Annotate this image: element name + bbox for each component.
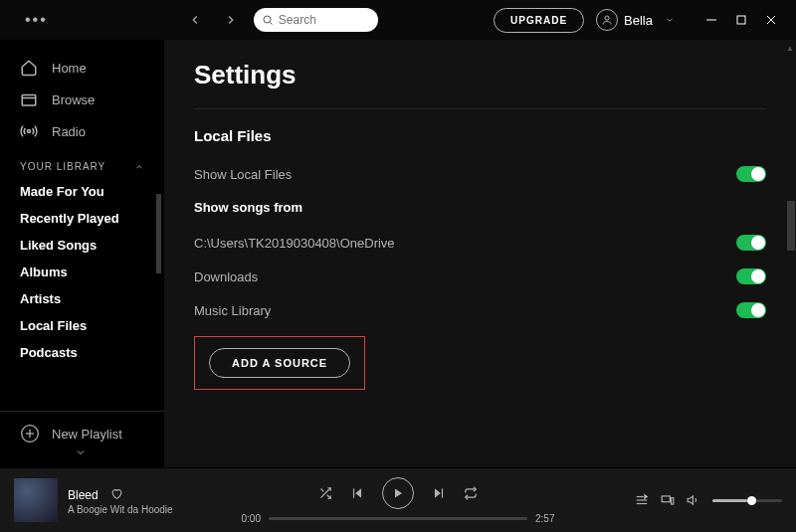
library-item-local-files[interactable]: Local Files	[0, 312, 164, 339]
menu-dots-icon[interactable]: •••	[10, 11, 63, 29]
search-input[interactable]	[279, 13, 358, 27]
volume-slider[interactable]	[712, 499, 782, 502]
window-minimize-button[interactable]	[696, 5, 726, 35]
nav-back-button[interactable]	[182, 7, 208, 33]
add-source-button[interactable]: ADD A SOURCE	[209, 348, 350, 378]
svg-marker-24	[645, 495, 647, 499]
next-icon	[432, 486, 446, 500]
source-path-label: Music Library	[194, 303, 271, 318]
main-content: Settings Local Files Show Local Files Sh…	[164, 40, 796, 467]
source-path-label: Downloads	[194, 269, 258, 284]
track-artist[interactable]: A Boogie Wit da Hoodie	[68, 504, 173, 515]
home-icon	[20, 59, 38, 77]
toggle-source-onedrive[interactable]	[736, 235, 766, 251]
track-title[interactable]: Bleed	[68, 488, 99, 502]
library-item-artists[interactable]: Artists	[0, 285, 164, 312]
svg-marker-16	[355, 488, 361, 497]
svg-point-0	[264, 16, 271, 23]
scrollbar-thumb[interactable]	[787, 201, 795, 251]
window-maximize-button[interactable]	[726, 5, 756, 35]
previous-button[interactable]	[350, 486, 364, 500]
main-scrollbar[interactable]: ▲	[786, 40, 796, 467]
sidebar-item-label: Home	[52, 61, 87, 76]
play-button[interactable]	[382, 477, 414, 509]
search-box[interactable]	[254, 8, 378, 32]
setting-label: Show Local Files	[194, 167, 292, 182]
repeat-icon	[464, 486, 478, 500]
volume-button[interactable]	[687, 493, 700, 507]
progress-bar[interactable]	[269, 517, 527, 520]
devices-icon	[661, 493, 675, 507]
svg-rect-26	[672, 498, 674, 504]
library-header-label: YOUR LIBRARY	[20, 161, 105, 172]
library-header: YOUR LIBRARY	[0, 147, 164, 178]
toggle-show-local-files[interactable]	[736, 166, 766, 182]
volume-icon	[687, 493, 700, 507]
like-button[interactable]	[110, 486, 123, 504]
setting-row-show-local-files: Show Local Files	[194, 166, 766, 182]
add-source-highlight: ADD A SOURCE	[194, 336, 365, 390]
new-playlist-label: New Playlist	[52, 427, 122, 442]
svg-rect-20	[442, 488, 443, 497]
divider	[194, 108, 766, 109]
upgrade-button[interactable]: UPGRADE	[494, 8, 584, 33]
next-button[interactable]	[432, 486, 446, 500]
username-label: Bella	[624, 13, 653, 28]
svg-rect-7	[22, 95, 36, 106]
library-item-recently-played[interactable]: Recently Played	[0, 205, 164, 232]
svg-marker-27	[688, 496, 693, 504]
shuffle-icon	[318, 486, 332, 500]
svg-line-15	[320, 488, 323, 491]
prev-icon	[350, 486, 364, 500]
player-bar: Bleed A Boogie Wit da Hoodie 0:00 2:57	[0, 467, 796, 532]
player-center-controls: 0:00 2:57	[213, 477, 583, 524]
svg-rect-25	[662, 496, 670, 502]
source-path-label: C:\Users\TK2019030408\OneDrive	[194, 236, 395, 251]
source-row-downloads: Downloads	[194, 268, 766, 284]
now-playing: Bleed A Boogie Wit da Hoodie	[14, 478, 213, 522]
page-title: Settings	[194, 60, 766, 90]
sidebar: Home Browse Radio YOUR LIBRARY Made For …	[0, 40, 164, 467]
queue-button[interactable]	[635, 493, 649, 507]
shuffle-button[interactable]	[318, 486, 332, 500]
repeat-button[interactable]	[464, 486, 478, 500]
search-icon	[262, 14, 274, 26]
user-menu[interactable]: Bella	[596, 9, 675, 31]
sidebar-item-browse[interactable]: Browse	[0, 84, 164, 115]
library-item-albums[interactable]: Albums	[0, 259, 164, 285]
library-item-liked-songs[interactable]: Liked Songs	[0, 232, 164, 259]
plus-circle-icon	[20, 424, 40, 443]
queue-icon	[635, 493, 649, 507]
toggle-source-downloads[interactable]	[736, 268, 766, 284]
album-art[interactable]	[14, 478, 58, 522]
player-right-controls	[583, 493, 782, 507]
sidebar-item-label: Browse	[52, 92, 95, 107]
title-bar: ••• UPGRADE Bella	[0, 0, 796, 40]
subsection-title-show-songs-from: Show songs from	[194, 200, 766, 215]
play-icon	[392, 487, 404, 499]
sidebar-item-label: Radio	[52, 124, 86, 139]
library-item-podcasts[interactable]: Podcasts	[0, 339, 164, 366]
radio-icon	[20, 122, 38, 140]
sidebar-item-home[interactable]: Home	[0, 52, 164, 84]
window-close-button[interactable]	[756, 5, 786, 35]
heart-icon	[110, 487, 123, 500]
nav-forward-button[interactable]	[218, 7, 244, 33]
toggle-source-music-library[interactable]	[736, 302, 766, 318]
library-item-made-for-you[interactable]: Made For You	[0, 178, 164, 205]
svg-point-2	[605, 16, 609, 20]
svg-rect-17	[353, 488, 354, 497]
svg-rect-4	[737, 16, 745, 24]
svg-marker-19	[435, 488, 441, 497]
progress-row: 0:00 2:57	[213, 513, 583, 524]
chevron-down-icon[interactable]	[75, 446, 87, 460]
section-title-local-files: Local Files	[194, 127, 766, 144]
chevron-up-icon[interactable]	[134, 162, 144, 172]
source-row-onedrive: C:\Users\TK2019030408\OneDrive	[194, 235, 766, 251]
source-row-music-library: Music Library	[194, 302, 766, 318]
sidebar-item-radio[interactable]: Radio	[0, 115, 164, 147]
devices-button[interactable]	[661, 493, 675, 507]
scrollbar-arrow-up-icon[interactable]: ▲	[786, 44, 794, 53]
sidebar-scrollbar[interactable]	[156, 194, 161, 273]
duration-time: 2:57	[535, 513, 554, 524]
